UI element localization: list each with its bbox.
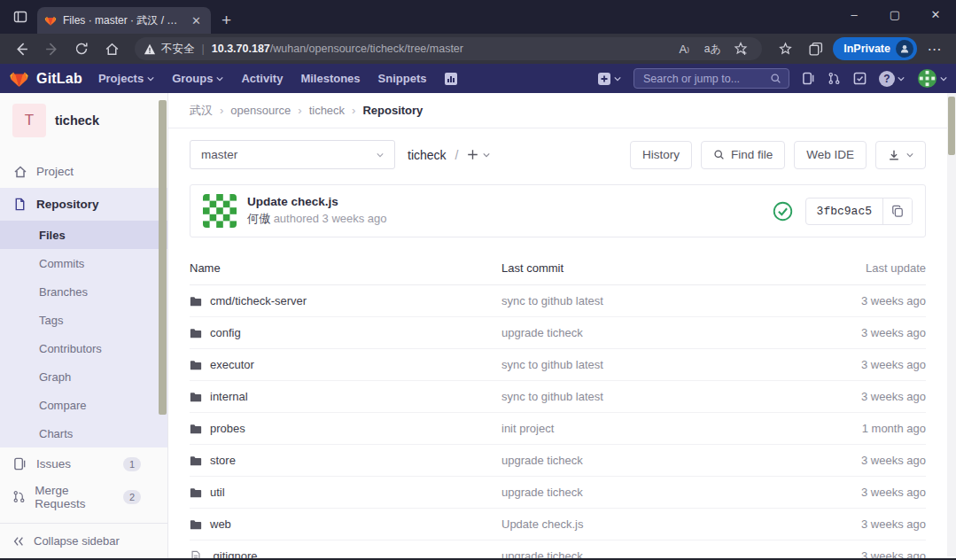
project-header[interactable]: T ticheck — [0, 93, 167, 150]
breadcrumb-current: Repository — [362, 104, 423, 117]
sidebar-item-contributors[interactable]: Contributors — [0, 334, 167, 362]
commit-author[interactable]: 何傲 — [247, 212, 270, 225]
user-menu[interactable] — [917, 68, 947, 89]
browser-titlebar: Files · master · 武汉 / opensourc ✕ + – ▢ … — [0, 0, 956, 34]
help-menu[interactable]: ? — [879, 71, 905, 87]
url-path: /wuhan/opensource/ticheck/tree/master — [270, 43, 463, 55]
commit-sha[interactable]: 3fbc9ac5 — [806, 198, 882, 224]
commit-message-link[interactable]: upgrade ticheck — [501, 549, 793, 558]
merge-requests-icon[interactable] — [828, 72, 841, 85]
add-favorite-icon[interactable] — [728, 37, 753, 60]
breadcrumb-group[interactable]: 武汉 — [190, 103, 213, 119]
project-sidebar: T ticheck ProjectRepositoryFilesCommitsB… — [0, 93, 168, 558]
commit-message-link[interactable]: sync to github latest — [501, 358, 793, 371]
history-button[interactable]: History — [630, 141, 692, 169]
folder-icon — [190, 455, 202, 467]
sidebar-item-compare[interactable]: Compare — [0, 391, 167, 419]
sidebar-item-tags[interactable]: Tags — [0, 306, 167, 334]
favorites-icon[interactable] — [773, 37, 797, 60]
sidebar-item-repository[interactable]: Repository — [0, 188, 167, 221]
file-name-link[interactable]: probes — [190, 422, 501, 435]
gitlab-brand[interactable]: GitLab — [9, 68, 82, 89]
table-row: .gitignoreupgrade ticheck3 weeks ago — [190, 541, 926, 558]
sidebar-item-branches[interactable]: Branches — [0, 277, 167, 306]
copy-sha-button[interactable] — [882, 198, 912, 224]
page-scrollbar[interactable] — [947, 93, 956, 556]
document-icon — [12, 198, 27, 211]
file-name-link[interactable]: web — [190, 517, 501, 531]
breadcrumb-project[interactable]: ticheck — [309, 104, 345, 117]
branch-selector[interactable]: master — [190, 140, 395, 169]
browser-tab[interactable]: Files · master · 武汉 / opensourc ✕ — [37, 7, 211, 34]
new-menu[interactable] — [597, 72, 621, 86]
menu-milestones[interactable]: Milestones — [300, 72, 360, 85]
collapse-icon — [12, 535, 25, 548]
table-row: utilupgrade ticheck3 weeks ago — [190, 477, 926, 509]
sidebar-item-merge-requests[interactable]: Merge Requests2 — [0, 480, 167, 513]
find-file-button[interactable]: Find file — [701, 141, 785, 169]
sidebar-item-graph[interactable]: Graph — [0, 362, 167, 391]
sidebar-item-label: Branches — [39, 285, 88, 299]
tab-actions-icon[interactable] — [7, 4, 34, 30]
back-icon[interactable] — [9, 37, 34, 60]
commit-author-avatar — [203, 194, 237, 228]
sidebar-item-issues[interactable]: Issues1 — [0, 447, 167, 480]
tab-close-icon[interactable]: ✕ — [189, 14, 204, 27]
file-name-link[interactable]: internal — [190, 390, 501, 403]
todos-icon[interactable] — [853, 72, 867, 85]
minimize-button[interactable]: – — [834, 0, 874, 28]
commit-message-link[interactable]: sync to github latest — [501, 390, 793, 403]
commit-message-link[interactable]: sync to github latest — [501, 294, 793, 307]
sidebar-item-files[interactable]: Files — [0, 221, 167, 249]
gitlab-logo-icon — [9, 68, 29, 89]
close-button[interactable]: ✕ — [915, 0, 956, 28]
file-name-link[interactable]: cmd/ticheck-server — [190, 294, 501, 307]
security-warning[interactable]: 不安全 — [144, 42, 195, 57]
address-bar[interactable]: 不安全 | 10.3.70.187/wuhan/opensource/tiche… — [135, 37, 762, 60]
breadcrumb-subgroup[interactable]: opensource — [230, 104, 291, 117]
issues-icon[interactable] — [802, 72, 815, 85]
sidebar-item-commits[interactable]: Commits — [0, 249, 167, 277]
pipeline-status-icon[interactable] — [773, 201, 793, 222]
commit-title-link[interactable]: Update check.js — [247, 195, 387, 208]
commit-message-link[interactable]: init project — [501, 422, 793, 435]
menu-snippets[interactable]: Snippets — [378, 72, 427, 85]
read-aloud-icon[interactable]: A) — [672, 37, 696, 60]
menu-projects[interactable]: Projects — [98, 72, 154, 85]
sidebar-item-charts[interactable]: Charts — [0, 419, 167, 447]
web-ide-button[interactable]: Web IDE — [794, 141, 867, 169]
collapse-sidebar-button[interactable]: Collapse sidebar — [0, 523, 167, 558]
browser-menu-icon[interactable]: ⋯ — [922, 37, 947, 60]
new-tab-button[interactable]: + — [222, 12, 231, 28]
refresh-icon[interactable] — [69, 37, 94, 60]
inprivate-badge[interactable]: InPrivate — [833, 37, 917, 60]
search-input[interactable] — [641, 72, 770, 86]
commit-message-link[interactable]: upgrade ticheck — [501, 454, 793, 467]
menu-activity[interactable]: Activity — [241, 72, 283, 85]
file-name-link[interactable]: store — [190, 454, 501, 467]
global-search[interactable] — [633, 68, 789, 89]
sidebar-item-project[interactable]: Project — [0, 155, 167, 188]
commit-message-link[interactable]: Update check.js — [501, 517, 793, 531]
maximize-button[interactable]: ▢ — [874, 0, 915, 28]
repo-root-link[interactable]: ticheck — [408, 148, 447, 162]
file-name-link[interactable]: executor — [190, 358, 501, 371]
file-name-link[interactable]: .gitignore — [190, 549, 501, 558]
translate-icon[interactable]: aあ — [700, 37, 725, 60]
file-name-link[interactable]: util — [190, 486, 501, 499]
sidebar-scrollbar[interactable] — [159, 97, 167, 517]
commit-message-link[interactable]: upgrade ticheck — [501, 486, 793, 499]
commit-message-link[interactable]: upgrade ticheck — [501, 326, 793, 339]
warning-icon — [144, 43, 156, 55]
collapse-label: Collapse sidebar — [34, 534, 120, 548]
home-icon[interactable] — [99, 37, 124, 60]
collections-icon[interactable] — [803, 37, 828, 60]
file-name-link[interactable]: config — [190, 326, 501, 339]
forward-icon[interactable] — [39, 37, 64, 60]
last-update: 3 weeks ago — [793, 326, 926, 339]
sidebar-item-label: Issues — [36, 457, 71, 471]
charts-icon[interactable] — [444, 72, 458, 86]
download-button[interactable] — [875, 141, 926, 169]
add-file-dropdown[interactable] — [467, 149, 490, 160]
menu-groups[interactable]: Groups — [172, 72, 223, 85]
